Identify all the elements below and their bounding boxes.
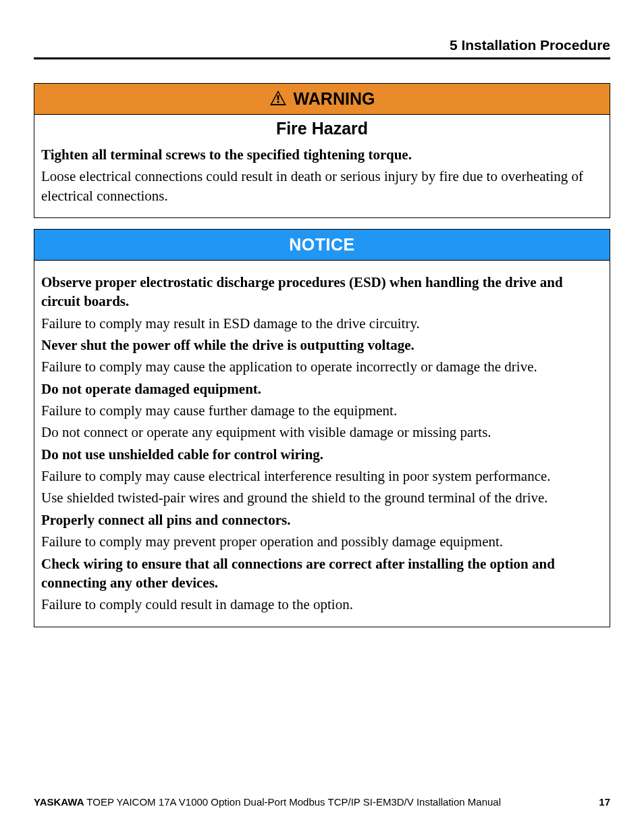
notice-text: Properly connect all pins and connectors… (41, 510, 603, 529)
notice-text: Failure to comply may result in ESD dama… (41, 314, 603, 333)
notice-text: Do not use unshielded cable for control … (41, 445, 603, 464)
footer-brand: YASKAWA (34, 796, 84, 808)
warning-label: WARNING (294, 89, 375, 109)
notice-label: NOTICE (289, 235, 354, 255)
header-rule (34, 57, 610, 59)
notice-text: Failure to comply may prevent proper ope… (41, 532, 603, 551)
warning-body: Tighten all terminal screws to the speci… (34, 140, 610, 217)
svg-rect-2 (277, 95, 279, 100)
notice-body: Observe proper electrostatic discharge p… (34, 261, 610, 627)
notice-text: Failure to comply could result in damage… (41, 595, 603, 614)
page: 5 Installation Procedure WARNING Fire Ha… (0, 0, 644, 838)
footer-page-number: 17 (599, 796, 610, 808)
warning-text: Loose electrical connections could resul… (41, 167, 603, 205)
warning-triangle-icon (269, 90, 287, 109)
warning-header: WARNING (34, 84, 610, 115)
notice-text: Do not operate damaged equipment. (41, 379, 603, 398)
warning-box: WARNING Fire Hazard Tighten all terminal… (34, 83, 610, 218)
notice-header: NOTICE (34, 230, 610, 261)
warning-subhead: Fire Hazard (34, 115, 610, 140)
notice-text: Failure to comply may cause further dama… (41, 401, 603, 420)
footer-title: TOEP YAICOM 17A V1000 Option Dual-Port M… (84, 796, 501, 808)
warning-text: Tighten all terminal screws to the speci… (41, 145, 603, 164)
notice-text: Observe proper electrostatic discharge p… (41, 273, 603, 311)
notice-text: Never shut the power off while the drive… (41, 336, 603, 355)
notice-box: NOTICE Observe proper electrostatic disc… (34, 229, 610, 627)
notice-text: Use shielded twisted-pair wires and grou… (41, 488, 603, 507)
notice-text: Check wiring to ensure that all connecti… (41, 554, 603, 593)
svg-rect-3 (277, 101, 279, 103)
notice-text: Failure to comply may cause electrical i… (41, 467, 603, 486)
notice-text: Failure to comply may cause the applicat… (41, 357, 603, 376)
section-heading: 5 Installation Procedure (34, 37, 610, 57)
notice-text: Do not connect or operate any equipment … (41, 423, 603, 442)
footer-left: YASKAWA TOEP YAICOM 17A V1000 Option Dua… (34, 796, 501, 808)
page-footer: YASKAWA TOEP YAICOM 17A V1000 Option Dua… (34, 796, 610, 808)
